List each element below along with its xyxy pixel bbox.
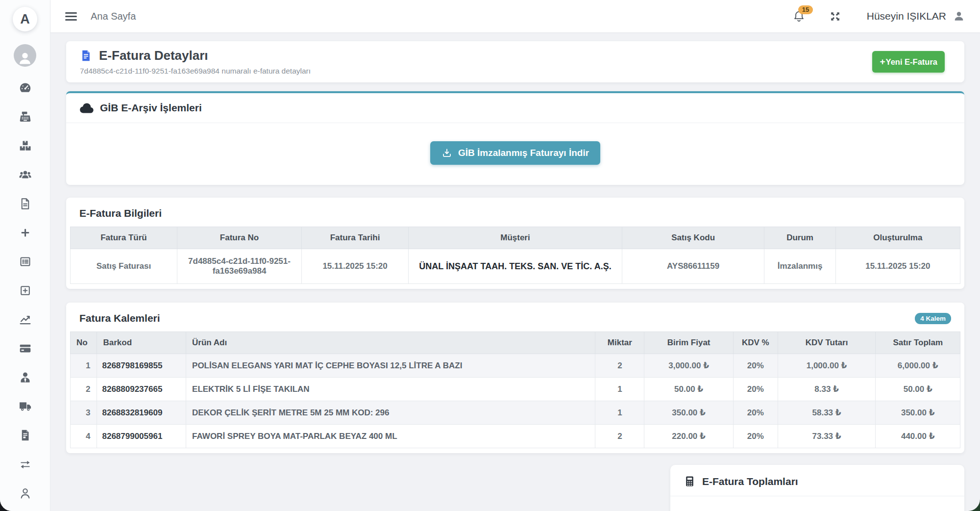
inventory-boxes-icon[interactable] xyxy=(19,139,32,153)
item-count-badge: 4 Kalem xyxy=(915,313,951,324)
col-header: Fatura Tarihi xyxy=(302,227,409,249)
customers-icon[interactable] xyxy=(19,168,32,181)
download-icon xyxy=(441,148,452,158)
item-no: 1 xyxy=(71,354,97,378)
col-header: KDV % xyxy=(733,332,778,354)
item-unit-price: 350.00 ₺ xyxy=(644,401,734,425)
item-vat-rate: 20% xyxy=(733,378,778,401)
invoice-totals-card: E-Fatura Toplamları xyxy=(670,465,964,511)
add-new-icon[interactable] xyxy=(19,226,32,239)
item-product-name: DEKOR ÇELİK ŞERİT METRE 5M 25 MM KOD: 29… xyxy=(186,401,595,425)
invoice-info-title: E-Fatura Bilgileri xyxy=(79,207,162,219)
personnel-icon[interactable] xyxy=(19,371,32,384)
col-header: Satış Kodu xyxy=(622,227,764,249)
list-icon[interactable] xyxy=(19,255,32,268)
item-line-total: 350.00 ₺ xyxy=(876,401,960,425)
item-qty: 2 xyxy=(595,354,644,378)
item-barcode: 8268832819609 xyxy=(97,401,186,425)
page-title: E-Fatura Detayları xyxy=(99,48,208,63)
invoice-file-icon xyxy=(79,49,93,62)
invoice-info-row: Satış Faturası 7d4885c4-c21d-11f0-9251-f… xyxy=(71,249,960,284)
notification-count-badge: 15 xyxy=(798,5,813,14)
col-header: Barkod xyxy=(97,332,186,354)
customer-name: ÜNAL İNŞAAT TAAH. TEKS. SAN. VE TİC. A.Ş… xyxy=(409,249,622,284)
main-area: Ana Sayfa 15 Hüseyin IŞIKLAR E-Fatura D xyxy=(50,0,980,511)
sidebar: A xyxy=(0,0,50,511)
item-row: 4 8268799005961 FAWORİ SPREY BOYA MAT-PA… xyxy=(71,425,960,448)
item-row: 2 8268809237665 ELEKTRİK 5 Lİ FİŞE TAKIL… xyxy=(71,378,960,401)
item-product-name: ELEKTRİK 5 Lİ FİŞE TAKILAN xyxy=(186,378,595,401)
sidebar-nav xyxy=(19,81,32,500)
page-subtitle: 7d4885c4-c21d-11f0-9251-fa163e69a984 num… xyxy=(80,67,311,76)
item-barcode: 8268809237665 xyxy=(97,378,186,401)
gib-card-title: GİB E-Arşiv İşlemleri xyxy=(100,102,202,114)
item-qty: 1 xyxy=(595,401,644,425)
col-header: KDV Tutarı xyxy=(778,332,876,354)
app-window: A Ana Sayfa xyxy=(0,0,980,511)
plus-icon: + xyxy=(880,56,885,67)
item-barcode: 8268799005961 xyxy=(97,425,186,448)
cash-register-icon[interactable] xyxy=(19,110,32,124)
new-invoice-button[interactable]: + Yeni E-Fatura xyxy=(872,51,945,73)
col-header: Satır Toplam xyxy=(876,332,960,354)
invoice-type: Satış Faturası xyxy=(71,249,177,284)
documents-icon[interactable] xyxy=(19,197,32,210)
reports-chart-icon[interactable] xyxy=(19,313,32,326)
created-at: 15.11.2025 15:20 xyxy=(835,249,960,284)
item-no: 4 xyxy=(71,425,97,448)
invoice-totals-title: E-Fatura Toplamları xyxy=(702,476,798,487)
shipping-truck-icon[interactable] xyxy=(19,400,32,413)
item-vat-rate: 20% xyxy=(733,425,778,448)
item-vat-rate: 20% xyxy=(733,401,778,425)
notifications-button[interactable]: 15 xyxy=(792,10,806,23)
item-line-total: 6,000.00 ₺ xyxy=(876,354,960,378)
item-vat-amount: 58.33 ₺ xyxy=(778,401,876,425)
fullscreen-button[interactable] xyxy=(829,10,841,23)
col-header: Fatura Türü xyxy=(71,227,177,249)
item-vat-amount: 8.33 ₺ xyxy=(778,378,876,401)
dashboard-icon[interactable] xyxy=(19,81,32,95)
expand-arrows-icon xyxy=(829,10,841,23)
item-product-name: FAWORİ SPREY BOYA MAT-PARLAK BEYAZ 400 M… xyxy=(186,425,595,448)
item-barcode: 8268798169855 xyxy=(97,354,186,378)
menu-toggle-icon[interactable] xyxy=(65,12,77,21)
item-unit-price: 220.00 ₺ xyxy=(644,425,734,448)
logo-letter: A xyxy=(20,12,30,27)
breadcrumb[interactable]: Ana Sayfa xyxy=(91,11,136,22)
invoices-icon[interactable] xyxy=(19,429,32,442)
item-no: 3 xyxy=(71,401,97,425)
item-vat-rate: 20% xyxy=(733,354,778,378)
status-badge: İmzalanmış xyxy=(764,249,835,284)
col-header: Birim Fiyat xyxy=(644,332,734,354)
invoice-items-table: No Barkod Ürün Adı Miktar Birim Fiyat KD… xyxy=(70,332,960,448)
top-bar: Ana Sayfa 15 Hüseyin IŞIKLAR xyxy=(50,0,980,32)
col-header: Durum xyxy=(764,227,835,249)
transfers-icon[interactable] xyxy=(19,458,32,471)
sales-code: AYS86611159 xyxy=(622,249,764,284)
col-header: Müşteri xyxy=(409,227,622,249)
avatar-person-icon xyxy=(16,49,34,67)
user-person-icon[interactable] xyxy=(953,10,965,23)
item-no: 2 xyxy=(71,378,97,401)
account-icon[interactable] xyxy=(19,486,32,500)
item-vat-amount: 1,000.00 ₺ xyxy=(778,354,876,378)
item-row: 3 8268832819609 DEKOR ÇELİK ŞERİT METRE … xyxy=(71,401,960,425)
invoice-number: 7d4885c4-c21d-11f0-9251-fa163e69a984 xyxy=(177,249,301,284)
item-line-total: 440.00 ₺ xyxy=(876,425,960,448)
page-header-card: E-Fatura Detayları 7d4885c4-c21d-11f0-92… xyxy=(66,41,964,82)
invoice-info-card: E-Fatura Bilgileri Fatura Türü Fatura No… xyxy=(66,198,964,289)
payments-card-icon[interactable] xyxy=(19,342,32,355)
user-avatar[interactable] xyxy=(14,44,36,67)
download-signed-invoice-button[interactable]: GİB İmzalanmış Faturayı İndir xyxy=(430,141,600,165)
page-content: E-Fatura Detayları 7d4885c4-c21d-11f0-92… xyxy=(50,32,980,511)
item-unit-price: 50.00 ₺ xyxy=(644,378,734,401)
item-row: 1 8268798169855 POLİSAN ELEGANS YARI MAT… xyxy=(71,354,960,378)
add-document-icon[interactable] xyxy=(19,284,32,297)
item-line-total: 50.00 ₺ xyxy=(876,378,960,401)
invoice-items-title: Fatura Kalemleri xyxy=(79,312,160,324)
cloud-icon xyxy=(79,102,94,114)
app-logo[interactable]: A xyxy=(13,7,37,31)
user-menu[interactable]: Hüseyin IŞIKLAR xyxy=(867,10,946,22)
gib-earchive-card: GİB E-Arşiv İşlemleri GİB İmzalanmış Fat… xyxy=(66,91,964,185)
item-unit-price: 3,000.00 ₺ xyxy=(644,354,734,378)
